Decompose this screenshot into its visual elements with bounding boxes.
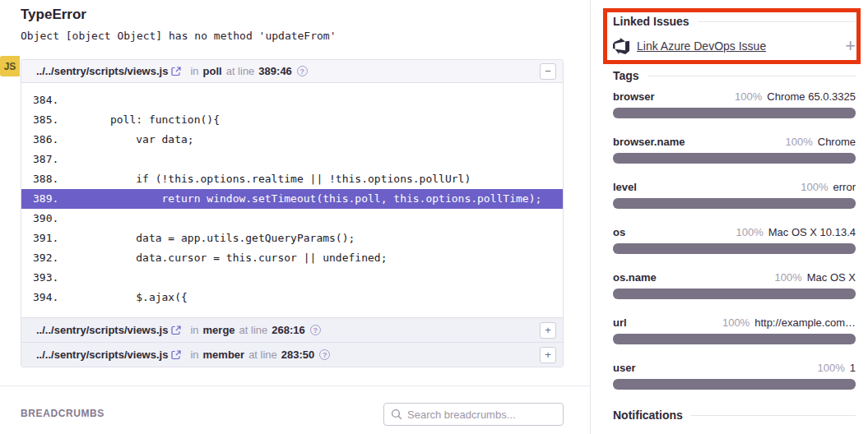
tag-distribution-bar[interactable] — [613, 379, 856, 390]
error-message: Object [object Object] has no method 'up… — [21, 30, 337, 42]
at-line-label: at line — [239, 324, 268, 336]
tag-row-level: level100%error — [613, 181, 856, 209]
tag-distribution-bar[interactable] — [613, 153, 856, 164]
line-number: 391. — [21, 229, 58, 248]
tag-percent: 100% — [735, 90, 762, 103]
code-line: 388. if (!this.options.realtime || !this… — [21, 169, 563, 189]
code-text: data.cursor = this.cursor || undefined; — [58, 248, 387, 268]
tag-row-url: url100%http://example.com… — [613, 316, 856, 344]
tag-value[interactable]: Chrome 65.0.3325 — [767, 90, 856, 103]
issue-detail-page: TypeError Object [object Object] has no … — [0, 0, 868, 434]
line-number: 389. — [21, 189, 58, 209]
tag-percent: 100% — [818, 362, 845, 374]
frame-file-link[interactable]: ../../sentry/scripts/views.js — [36, 65, 168, 77]
tag-value[interactable]: Mac OS X 10.13.4 — [768, 226, 856, 238]
tag-value[interactable]: Chrome — [818, 136, 856, 148]
code-text: $.ajax({ — [58, 288, 188, 307]
add-linked-issue-button[interactable]: + — [845, 38, 856, 54]
frame-line-number: 268:16 — [272, 324, 304, 336]
code-line: 392. data.cursor = this.cursor || undefi… — [21, 248, 563, 268]
open-in-new-icon[interactable] — [171, 326, 181, 335]
tag-row-user: user100%1 — [613, 362, 856, 390]
frame-line-number: 283:50 — [281, 349, 314, 361]
in-label: in — [190, 65, 198, 77]
tag-row-browser.name: browser.name100%Chrome — [613, 136, 856, 164]
code-text: if (!this.options.realtime || !this.opti… — [58, 169, 471, 189]
tag-key: browser — [613, 90, 655, 103]
line-number: 384. — [21, 90, 58, 110]
tag-value[interactable]: http://example.com… — [754, 316, 856, 329]
tag-distribution-bar[interactable] — [613, 243, 856, 254]
tag-percent: 100% — [775, 271, 802, 284]
tag-distribution-bar[interactable] — [613, 108, 856, 118]
source-code-context: 384.385. poll: function(){386. var data;… — [21, 83, 563, 317]
tag-key: os — [613, 226, 625, 238]
tag-distribution-bar[interactable] — [613, 198, 856, 209]
tag-key: os.name — [613, 271, 657, 284]
tag-row-browser: browser100%Chrome 65.0.3325 — [613, 90, 856, 118]
expand-frame-button[interactable]: + — [540, 347, 556, 363]
frame-function: poll — [203, 65, 222, 77]
tag-key: url — [613, 316, 627, 329]
tag-row-os.name: os.name100%Mac OS X — [613, 271, 856, 299]
platform-js-badge: JS — [0, 56, 20, 76]
help-circle-icon[interactable]: ? — [310, 325, 321, 335]
code-line: 393. — [21, 268, 563, 288]
code-line: 387. — [21, 150, 563, 169]
heading-rule — [648, 76, 856, 76]
code-text: poll: function(){ — [58, 110, 220, 130]
tag-distribution-bar[interactable] — [613, 289, 856, 299]
code-line: 394. $.ajax({ — [21, 288, 563, 307]
tag-percent: 100% — [786, 136, 813, 148]
breadcrumbs-search[interactable] — [383, 403, 564, 426]
collapse-frame-button[interactable]: − — [540, 63, 556, 80]
open-in-new-icon[interactable] — [171, 67, 181, 76]
code-line: 384. — [21, 90, 563, 110]
code-line: 385. poll: function(){ — [21, 110, 563, 130]
link-azure-devops-issue-link[interactable]: Link Azure DevOps Issue — [637, 39, 766, 53]
code-text: return window.setTimeout(this.poll, this… — [58, 189, 541, 209]
at-line-label: at line — [248, 349, 277, 361]
linked-issues-heading-label: Linked Issues — [613, 15, 689, 28]
search-breadcrumbs-input[interactable] — [407, 409, 556, 421]
line-number: 385. — [21, 110, 58, 130]
open-in-new-icon[interactable] — [171, 350, 181, 360]
expand-frame-button[interactable]: + — [540, 322, 556, 339]
line-number: 386. — [21, 130, 58, 150]
tag-value[interactable]: Mac OS X — [807, 271, 856, 284]
frame-file-link[interactable]: ../../sentry/scripts/views.js — [36, 349, 168, 361]
help-circle-icon[interactable]: ? — [319, 349, 330, 360]
tag-key: user — [613, 362, 635, 374]
stack-frame-header-member[interactable]: ../../sentry/scripts/views.js in member … — [21, 342, 563, 367]
tag-percent: 100% — [722, 316, 750, 329]
tag-value[interactable]: error — [833, 181, 856, 193]
in-label: in — [190, 349, 198, 361]
code-text: var data; — [58, 130, 193, 150]
notifications-heading-label: Notifications — [613, 409, 683, 422]
tag-row-os: os100%Mac OS X 10.13.4 — [613, 226, 856, 254]
code-line-highlighted: 389. return window.setTimeout(this.poll,… — [21, 189, 563, 209]
code-line: 386. var data; — [21, 130, 563, 150]
line-number: 387. — [21, 150, 58, 169]
line-number: 394. — [21, 288, 58, 307]
linked-issues-heading: Linked Issues — [613, 15, 856, 28]
notifications-heading: Notifications — [613, 409, 856, 422]
heading-rule — [698, 21, 856, 22]
line-number: 390. — [21, 209, 58, 229]
tag-value[interactable]: 1 — [850, 362, 856, 374]
tag-key: browser.name — [613, 136, 685, 148]
tag-percent: 100% — [736, 226, 764, 238]
line-number: 392. — [21, 248, 58, 268]
stack-frame-header-merge[interactable]: ../../sentry/scripts/views.js in merge a… — [21, 317, 563, 342]
line-number: 393. — [21, 268, 58, 288]
link-azure-devops-row[interactable]: Link Azure DevOps Issue + — [613, 38, 856, 54]
tags-heading: Tags — [613, 69, 856, 82]
at-line-label: at line — [226, 65, 255, 77]
tag-distribution-bar[interactable] — [613, 334, 856, 344]
help-circle-icon[interactable]: ? — [297, 66, 308, 76]
frame-file-link[interactable]: ../../sentry/scripts/views.js — [36, 324, 168, 336]
stack-frame-header-poll[interactable]: ../../sentry/scripts/views.js in poll at… — [21, 60, 563, 83]
code-text: data = app.utils.getQueryParams(); — [58, 229, 355, 248]
tags-heading-label: Tags — [613, 69, 639, 82]
frame-line-number: 389:46 — [258, 65, 291, 77]
